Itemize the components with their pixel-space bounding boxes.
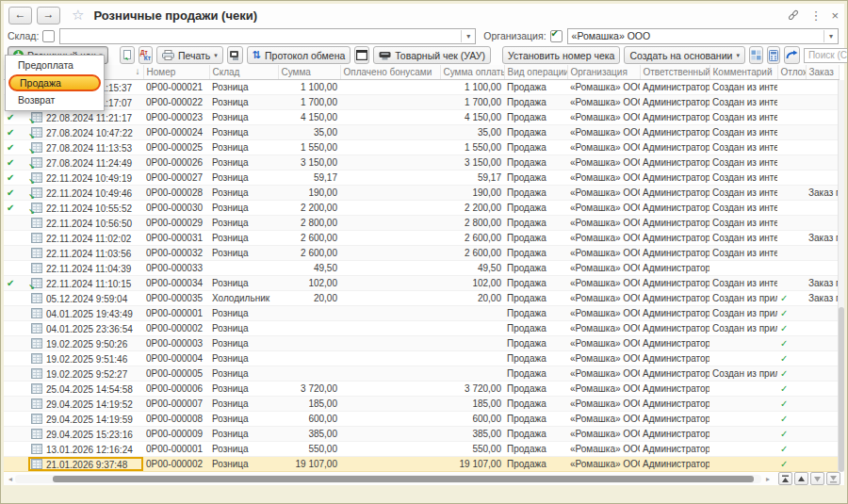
go-to-arrow-button[interactable]	[784, 46, 800, 64]
cell-status[interactable]: ✔	[4, 276, 28, 291]
cell-number[interactable]: 0P00-000004	[143, 351, 209, 366]
cell-payment[interactable]: 2 600,00	[440, 246, 504, 261]
cell-sum[interactable]: 2 200,00	[278, 201, 340, 216]
cell-comment[interactable]: Создан из инте…	[709, 155, 777, 171]
cell-org[interactable]: «Ромашка» ООО	[567, 110, 640, 125]
cell-number[interactable]: 0P00-000025	[143, 140, 209, 155]
cell-number[interactable]: 0P00-000030	[143, 201, 209, 216]
cell-sum[interactable]: 35,00	[278, 125, 340, 140]
cell-status[interactable]: ✔	[4, 140, 28, 155]
table-header-row[interactable]: Дата↓НомерСкладСуммаОплачено бонусамиСум…	[4, 65, 839, 80]
cell-bonus[interactable]	[340, 397, 440, 412]
cell-payment[interactable]: 2 600,00	[440, 231, 504, 246]
cell-order[interactable]	[806, 155, 839, 171]
cell-payment[interactable]: 20,00	[440, 291, 504, 306]
close-icon[interactable]: ×	[831, 9, 839, 22]
table-row[interactable]: ✔27.08.2024 10:47:220P00-000024Розница35…	[4, 125, 839, 140]
table-row[interactable]: 29.04.2025 15:23:160P00-000009Розница385…	[4, 427, 839, 442]
cell-sum[interactable]: 190,00	[278, 186, 340, 201]
cell-org[interactable]: «Ромашка» ООО	[567, 140, 640, 155]
cell-payment[interactable]	[440, 336, 504, 351]
calculator-button[interactable]	[767, 46, 780, 64]
cell-bonus[interactable]	[340, 412, 440, 427]
cell-comment[interactable]: Создан из инте…	[709, 246, 777, 261]
cell-deferred[interactable]: ✓	[777, 291, 806, 306]
warehouse-combo[interactable]: ▾	[59, 28, 476, 44]
cell-sum[interactable]: 2 800,00	[278, 216, 340, 231]
cell-payment[interactable]: 102,00	[440, 276, 504, 291]
cell-status[interactable]: ✔	[4, 110, 28, 125]
cell-payment[interactable]: 190,00	[440, 186, 504, 201]
vertical-scrollbar[interactable]	[838, 80, 844, 472]
cell-org[interactable]: «Ромашка» ООО	[567, 457, 640, 472]
cell-deferred[interactable]	[777, 231, 806, 246]
cell-date[interactable]: 13.01.2026 12:16:24	[28, 442, 143, 457]
cell-payment[interactable]: 19 107,00	[440, 457, 504, 472]
cell-deferred[interactable]	[777, 216, 806, 231]
cell-number[interactable]: 0P00-000026	[143, 155, 209, 171]
cell-order[interactable]	[806, 397, 839, 412]
cell-number[interactable]: 0P00-000009	[143, 427, 209, 442]
cell-operation[interactable]: Продажа	[504, 291, 567, 306]
cell-responsible[interactable]: Администратор	[640, 321, 709, 336]
cell-responsible[interactable]: Администратор	[640, 80, 709, 95]
cell-payment[interactable]	[440, 366, 504, 382]
cell-payment[interactable]	[440, 306, 504, 321]
cell-deferred[interactable]	[777, 186, 806, 201]
cell-status[interactable]	[4, 291, 28, 306]
cell-payment[interactable]: 59,17	[440, 171, 504, 186]
cell-warehouse[interactable]: Розница	[209, 397, 278, 412]
back-button[interactable]: ←	[8, 7, 32, 24]
fiscal-printer-button[interactable]	[227, 46, 243, 64]
cell-operation[interactable]: Продажа	[504, 351, 567, 366]
cell-payment[interactable]: 185,00	[440, 397, 504, 412]
cell-status[interactable]	[4, 442, 28, 457]
cell-responsible[interactable]: Администратор	[640, 412, 709, 427]
cell-warehouse[interactable]: Розница	[209, 336, 278, 351]
cell-deferred[interactable]	[777, 261, 806, 276]
cell-order[interactable]	[806, 306, 839, 321]
menu-item-0[interactable]: Предоплата	[6, 57, 104, 73]
cell-payment[interactable]: 1 100,00	[440, 80, 504, 95]
cell-responsible[interactable]: Администратор	[640, 351, 709, 366]
cell-operation[interactable]: Продажа	[504, 442, 567, 457]
cell-date[interactable]: 29.04.2025 14:19:59	[28, 412, 143, 427]
org-combo[interactable]: «Ромашка» ООО ▾	[567, 28, 839, 44]
cell-org[interactable]: «Ромашка» ООО	[567, 366, 640, 382]
cell-order[interactable]	[806, 110, 839, 125]
cell-payment[interactable]: 3 150,00	[440, 155, 504, 171]
cell-operation[interactable]: Продажа	[504, 231, 567, 246]
cell-deferred[interactable]: ✓	[777, 366, 806, 382]
cell-operation[interactable]: Продажа	[504, 155, 567, 171]
cell-bonus[interactable]	[340, 155, 440, 171]
table-row[interactable]: 22.11.2024 11:04:390P00-00003349,5049,50…	[4, 261, 839, 276]
cell-date[interactable]: 22.11.2024 10:49:46	[28, 186, 143, 201]
cell-date[interactable]: 22.11.2024 10:56:50	[28, 216, 143, 231]
cell-date[interactable]: 19.02.2025 9:50:26	[28, 336, 143, 351]
cell-bonus[interactable]	[340, 110, 440, 125]
cell-operation[interactable]: Продажа	[504, 382, 567, 397]
cell-org[interactable]: «Ромашка» ООО	[567, 291, 640, 306]
cell-bonus[interactable]	[340, 291, 440, 306]
cell-operation[interactable]: Продажа	[504, 321, 567, 336]
cell-payment[interactable]	[440, 351, 504, 366]
cell-bonus[interactable]	[340, 306, 440, 321]
cell-number[interactable]: 0P00-000005	[143, 366, 209, 382]
cell-sum[interactable]	[278, 306, 340, 321]
cell-sum[interactable]: 1 100,00	[278, 80, 340, 95]
cell-order[interactable]	[806, 201, 839, 216]
cell-sum[interactable]: 1 550,00	[278, 140, 340, 155]
cell-responsible[interactable]: Администратор	[640, 110, 709, 125]
table-row[interactable]: 25.04.2025 14:54:580P00-000006Розница3 7…	[4, 382, 839, 397]
cell-number[interactable]: 0P00-000002	[143, 457, 209, 472]
vertical-scrollbar-thumb[interactable]	[839, 307, 844, 472]
cell-deferred[interactable]: ✓	[777, 427, 806, 442]
cell-operation[interactable]: Продажа	[504, 201, 567, 216]
column-header-number[interactable]: Номер	[143, 65, 209, 80]
table-row[interactable]: 29.04.2025 14:19:520P00-000007Розница185…	[4, 397, 839, 412]
load-exchange-button[interactable]	[749, 46, 763, 64]
cell-date[interactable]: 29.04.2025 14:19:52	[28, 397, 143, 412]
cell-payment[interactable]: 1 700,00	[440, 95, 504, 110]
table-row[interactable]: ✔27.08.2024 11:13:530P00-000025Розница1 …	[4, 140, 839, 155]
cell-comment[interactable]	[709, 427, 777, 442]
